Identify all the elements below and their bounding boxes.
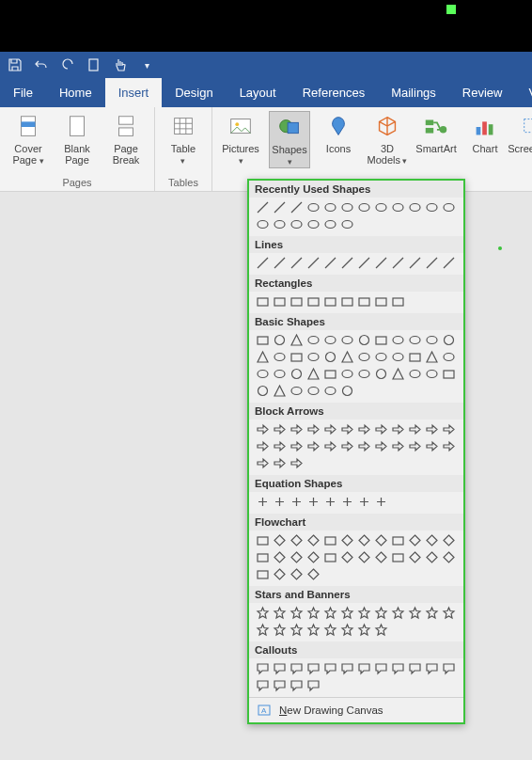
shape-stars-1[interactable]	[272, 605, 288, 621]
shape-block_arrows-23[interactable]	[441, 438, 457, 454]
tab-insert[interactable]: Insert	[105, 78, 163, 107]
shape-rectangles-0[interactable]	[255, 293, 271, 309]
shape-lines-9[interactable]	[407, 255, 423, 271]
shape-block_arrows-10[interactable]	[424, 421, 440, 437]
shape-flowchart-9[interactable]	[407, 532, 423, 548]
shape-stars-17[interactable]	[339, 622, 355, 638]
shape-flowchart-13[interactable]	[272, 549, 288, 565]
shape-stars-8[interactable]	[390, 605, 406, 621]
shape-block_arrows-13[interactable]	[272, 438, 288, 454]
shape-block_arrows-25[interactable]	[272, 455, 288, 471]
shape-lines-10[interactable]	[424, 255, 440, 271]
shape-basic-34[interactable]	[424, 366, 440, 382]
shape-flowchart-22[interactable]	[424, 549, 440, 565]
shape-flowchart-2[interactable]	[289, 532, 305, 548]
shape-lines-1[interactable]	[272, 255, 288, 271]
shape-flowchart-7[interactable]	[373, 532, 389, 548]
shape-block_arrows-24[interactable]	[255, 455, 271, 471]
shape-lines-3[interactable]	[305, 255, 321, 271]
shape-basic-28[interactable]	[322, 366, 338, 382]
shape-recently_used-0[interactable]	[255, 199, 271, 215]
shape-callouts-1[interactable]	[272, 660, 288, 676]
shape-equation-6[interactable]	[356, 494, 372, 510]
shape-equation-2[interactable]	[289, 494, 305, 510]
undo-icon[interactable]	[34, 57, 49, 72]
shape-basic-3[interactable]	[305, 332, 321, 348]
shape-basic-38[interactable]	[289, 383, 305, 399]
shape-stars-4[interactable]	[322, 605, 338, 621]
shape-basic-32[interactable]	[390, 366, 406, 382]
shape-rectangles-3[interactable]	[305, 293, 321, 309]
shape-stars-16[interactable]	[322, 622, 338, 638]
shape-basic-29[interactable]	[339, 366, 355, 382]
tab-references[interactable]: References	[289, 78, 378, 107]
shape-rectangles-7[interactable]	[373, 293, 389, 309]
shape-basic-39[interactable]	[305, 383, 321, 399]
page-break-button[interactable]: Page Break	[105, 111, 147, 166]
shape-basic-8[interactable]	[390, 332, 406, 348]
shape-recently_used-10[interactable]	[424, 199, 440, 215]
shape-recently_used-8[interactable]	[390, 199, 406, 215]
shape-recently_used-15[interactable]	[305, 216, 321, 232]
shape-recently_used-17[interactable]	[339, 216, 355, 232]
shape-callouts-6[interactable]	[356, 660, 372, 676]
shape-flowchart-19[interactable]	[373, 549, 389, 565]
shape-block_arrows-14[interactable]	[289, 438, 305, 454]
shape-recently_used-16[interactable]	[322, 216, 338, 232]
shape-stars-6[interactable]	[356, 605, 372, 621]
shape-flowchart-0[interactable]	[255, 532, 271, 548]
shape-flowchart-27[interactable]	[305, 566, 321, 582]
shape-recently_used-9[interactable]	[407, 199, 423, 215]
shape-stars-7[interactable]	[373, 605, 389, 621]
shape-flowchart-1[interactable]	[272, 532, 288, 548]
shape-flowchart-16[interactable]	[322, 549, 338, 565]
shape-lines-8[interactable]	[390, 255, 406, 271]
smartart-button[interactable]: SmartArt	[415, 111, 457, 154]
shape-basic-13[interactable]	[272, 349, 288, 365]
shape-callouts-11[interactable]	[441, 660, 457, 676]
shape-rectangles-1[interactable]	[272, 293, 288, 309]
shape-flowchart-20[interactable]	[390, 549, 406, 565]
tab-design[interactable]: Design	[162, 78, 226, 107]
pictures-button[interactable]: Pictures▾	[220, 111, 261, 166]
shape-recently_used-4[interactable]	[322, 199, 338, 215]
shape-block_arrows-5[interactable]	[339, 421, 355, 437]
shape-callouts-3[interactable]	[305, 660, 321, 676]
shape-rectangles-2[interactable]	[289, 293, 305, 309]
shape-block_arrows-2[interactable]	[289, 421, 305, 437]
shape-recently_used-6[interactable]	[356, 199, 372, 215]
shape-lines-6[interactable]	[356, 255, 372, 271]
shape-stars-5[interactable]	[339, 605, 355, 621]
shape-flowchart-3[interactable]	[305, 532, 321, 548]
shapes-button[interactable]: Shapes▾	[269, 111, 310, 168]
shape-recently_used-11[interactable]	[441, 199, 457, 215]
touch-mode-icon[interactable]	[113, 57, 128, 72]
shape-rectangles-6[interactable]	[356, 293, 372, 309]
shape-basic-4[interactable]	[322, 332, 338, 348]
shape-block_arrows-8[interactable]	[390, 421, 406, 437]
shape-rectangles-5[interactable]	[339, 293, 355, 309]
shape-recently_used-14[interactable]	[289, 216, 305, 232]
shape-flowchart-4[interactable]	[322, 532, 338, 548]
shape-stars-0[interactable]	[255, 605, 271, 621]
tab-file[interactable]: File	[0, 78, 46, 107]
shape-callouts-15[interactable]	[305, 677, 321, 693]
shape-callouts-8[interactable]	[390, 660, 406, 676]
shape-block_arrows-22[interactable]	[424, 438, 440, 454]
shape-block_arrows-17[interactable]	[339, 438, 355, 454]
shape-flowchart-11[interactable]	[441, 532, 457, 548]
shape-recently_used-1[interactable]	[272, 199, 288, 215]
shape-flowchart-23[interactable]	[441, 549, 457, 565]
shape-flowchart-21[interactable]	[407, 549, 423, 565]
new-doc-icon[interactable]	[86, 57, 102, 72]
shape-stars-13[interactable]	[272, 622, 288, 638]
shape-flowchart-24[interactable]	[255, 566, 271, 582]
shape-rectangles-4[interactable]	[322, 293, 338, 309]
shape-basic-1[interactable]	[272, 332, 288, 348]
shape-stars-14[interactable]	[289, 622, 305, 638]
shape-callouts-10[interactable]	[424, 660, 440, 676]
shape-basic-22[interactable]	[424, 349, 440, 365]
save-icon[interactable]	[8, 57, 23, 72]
shape-basic-31[interactable]	[373, 366, 389, 382]
shape-callouts-13[interactable]	[272, 677, 288, 693]
